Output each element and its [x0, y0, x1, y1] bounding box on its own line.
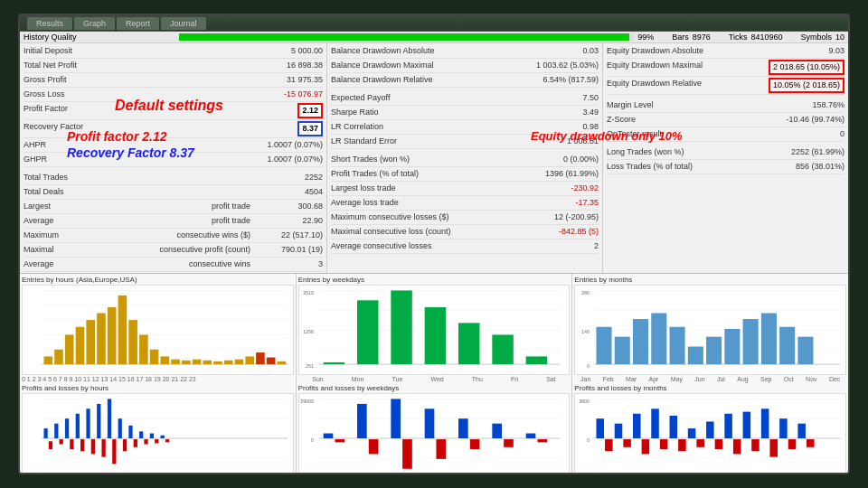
net-profit-label: Total Net Profit	[24, 60, 250, 71]
largest-label: Largest	[24, 201, 178, 212]
expected-payoff-label: Expected Payoff	[331, 92, 526, 104]
entries-hours-chart	[22, 285, 294, 375]
ghpr-value: 1.0007 (0.07%)	[250, 154, 323, 165]
svg-rect-145	[798, 424, 807, 438]
svg-rect-146	[807, 439, 815, 447]
balance-drawdown-abs-value: 0.03	[526, 45, 599, 57]
average-sub: profit trade	[178, 215, 250, 227]
svg-rect-109	[706, 337, 722, 364]
svg-rect-43	[91, 439, 95, 454]
svg-rect-55	[155, 439, 158, 443]
equity-drawdown-abs-label: Equity Drawdown Absolute	[607, 45, 772, 57]
svg-rect-7	[54, 350, 63, 364]
max-consec-loss-label: Maximal consecutive loss (count)	[331, 226, 526, 238]
gross-profit-value: 31 975.35	[250, 74, 323, 86]
total-deals-value: 4504	[250, 186, 323, 198]
balance-drawdown-max-label: Balance Drawdown Maximal	[331, 60, 526, 71]
avg-consec-losses-label: Average consecutive losses	[331, 240, 526, 252]
total-trades-value: 2252	[250, 172, 323, 183]
z-score-label: Z-Score	[607, 114, 772, 126]
svg-rect-140	[752, 439, 760, 451]
lr-std-error-label: LR Standard Error	[331, 136, 526, 147]
profit-factor-overlay: Profit factor 2.12	[67, 129, 166, 144]
svg-rect-38	[65, 418, 69, 438]
equity-drawdown-max-value: 2 018.65 (10.05%)	[769, 60, 844, 75]
svg-rect-8	[65, 334, 74, 364]
avg-consec-wins-value: 3	[250, 258, 323, 270]
loss-trades-label: Loss Trades (% of total)	[607, 161, 772, 173]
symbols-label: Symbols	[800, 33, 832, 42]
chart-col-hours: Entries by hours (Asia,Europe,USA)	[20, 274, 297, 473]
svg-rect-105	[633, 319, 648, 364]
default-settings-overlay: Default settings	[115, 98, 223, 114]
svg-rect-41	[80, 439, 84, 451]
largest-loss-label: Largest loss trade	[331, 183, 526, 194]
svg-rect-16	[150, 350, 159, 364]
svg-rect-18	[171, 360, 180, 364]
tab-report[interactable]: Report	[117, 17, 159, 30]
svg-rect-35	[49, 441, 52, 449]
profit-factor-value: 2.12	[297, 103, 323, 118]
svg-rect-81	[368, 439, 378, 454]
short-trades-value: 0 (0.00%)	[526, 154, 599, 165]
svg-rect-82	[391, 399, 401, 438]
entries-hours-title: Entries by hours (Asia,Europe,USA)	[22, 276, 294, 284]
svg-rect-123	[597, 418, 605, 438]
svg-rect-40	[76, 414, 80, 438]
history-quality-value: 99%	[637, 33, 654, 42]
total-deals-label: Total Deals	[24, 186, 250, 198]
z-score-value: -10.46 (99.74%)	[772, 114, 844, 126]
sharpe-ratio-label: Sharpe Ratio	[331, 107, 526, 118]
balance-drawdown-abs-label: Balance Drawdown Absolute	[331, 45, 526, 57]
chart-col-months: Entries by months 280 140 0	[572, 274, 848, 473]
svg-rect-36	[54, 424, 58, 438]
svg-rect-6	[43, 356, 52, 364]
profit-trades-total-label: Profit Trades (% of total)	[331, 168, 526, 180]
initial-deposit-label: Initial Deposit	[24, 45, 250, 57]
svg-rect-87	[469, 439, 479, 449]
max-consec-wins-sub: consecutive wins ($)	[176, 230, 250, 241]
entries-hours-x: 0 1 2 3 4 5 6 7 8 9 10 11 12 13 14 15 16…	[22, 376, 294, 382]
svg-rect-130	[660, 439, 668, 449]
tab-results[interactable]: Results	[27, 17, 72, 30]
svg-rect-108	[688, 347, 703, 365]
avg-consec-wins-label: Average	[24, 258, 178, 270]
svg-rect-45	[101, 439, 105, 457]
svg-rect-14	[128, 320, 137, 364]
entries-months-title: Entries by months	[574, 276, 846, 284]
pl-weekdays-chart: 29000 0 -7250	[298, 393, 571, 473]
pl-months-title: Profits and losses by months	[574, 384, 846, 392]
svg-rect-144	[788, 439, 797, 449]
svg-rect-106	[652, 313, 667, 364]
svg-rect-28	[278, 361, 287, 364]
total-trades-label: Total Trades	[24, 172, 250, 183]
long-trades-value: 2252 (61.99%)	[772, 146, 844, 158]
svg-rect-141	[761, 408, 769, 438]
svg-rect-88	[492, 424, 502, 438]
margin-level-value: 158.76%	[772, 99, 844, 111]
svg-rect-125	[615, 424, 623, 438]
svg-rect-89	[504, 439, 514, 447]
max-consec-losses-value: 12 (-200.95)	[526, 211, 599, 223]
largest-profit-value: 300.68	[250, 201, 323, 212]
equity-drawdown-max-label: Equity Drawdown Maximal	[607, 60, 769, 75]
max-consec-wins-label: Maximum	[24, 230, 176, 241]
equity-drawdown-overlay: Equity drawdown only 10%	[531, 129, 683, 143]
tab-journal[interactable]: Journal	[161, 17, 206, 30]
history-quality-bar-container	[179, 33, 634, 41]
bars-value: 8976	[693, 33, 711, 42]
svg-rect-50	[128, 426, 132, 438]
average-loss-value: -17.35	[526, 197, 599, 209]
svg-rect-142	[770, 439, 778, 457]
lr-correlation-label: LR Correlation	[331, 121, 526, 133]
on-tester-result-value: 0	[772, 128, 844, 140]
svg-rect-132	[678, 439, 686, 451]
svg-rect-12	[108, 307, 117, 364]
equity-drawdown-rel-label: Equity Drawdown Relative	[607, 78, 769, 93]
margin-level-label: Margin Level	[607, 99, 772, 111]
svg-text:0: 0	[587, 363, 590, 369]
svg-rect-79	[335, 439, 344, 442]
svg-rect-53	[144, 439, 147, 444]
tab-graph[interactable]: Graph	[74, 17, 115, 30]
avg-consec-wins-sub: consecutive wins	[178, 258, 250, 270]
